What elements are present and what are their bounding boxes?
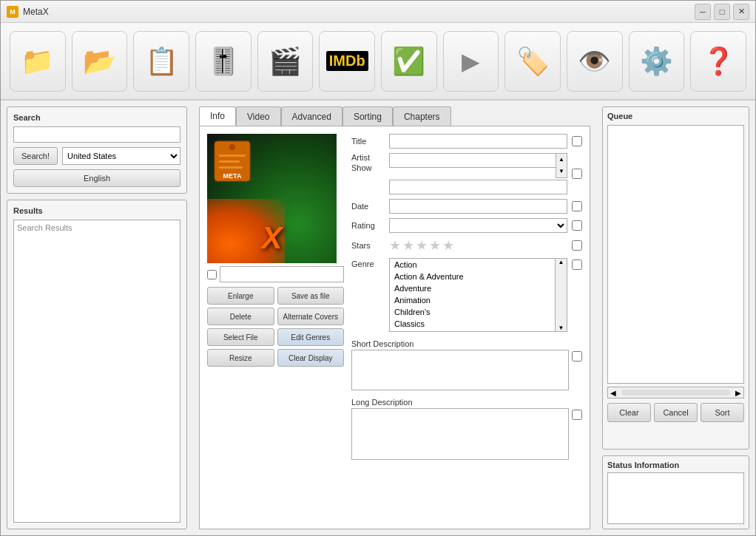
date-input[interactable] [389,199,567,214]
select-file-button[interactable]: Select File [207,328,274,346]
tab-advanced[interactable]: Advanced [281,106,342,126]
queue-scroll-left[interactable]: ◀ [608,389,618,397]
gear-icon: ⚙️ [640,46,673,77]
artist-scroll-up[interactable]: ▲ [556,154,567,166]
short-desc-checkbox[interactable] [572,351,582,362]
artist-scroll-down[interactable]: ▼ [556,166,567,177]
tag-icon: 🏷️ [516,46,550,77]
main-window: M MetaX ─ □ ✕ 📁 📂 📋 🎚️ 🎬 IMDb ✅ [0,0,756,536]
star-3[interactable]: ★ [416,237,428,254]
svg-rect-4 [219,166,243,169]
artist-input[interactable] [389,153,556,168]
play-button[interactable]: ▶ [443,31,499,92]
delete-button[interactable]: Delete [207,308,274,325]
settings-button[interactable]: 🎚️ [195,31,252,92]
results-label: Results [13,206,180,215]
rating-checkbox[interactable] [572,220,582,231]
queue-buttons: Clear Cancel Sort [607,403,744,422]
save-as-file-button[interactable]: Save as file [277,287,345,305]
list-button[interactable]: 📋 [133,31,189,92]
queue-scroll-right[interactable]: ▶ [733,389,743,397]
svg-rect-2 [219,155,246,157]
search-controls: Search! United States United Kingdom Can… [13,147,180,165]
alternate-covers-button[interactable]: Alternate Covers [277,308,345,325]
minimize-button[interactable]: ─ [695,4,711,20]
open-icon: 📂 [83,46,116,77]
genre-item-classics[interactable]: Classics [390,318,555,330]
rating-select[interactable] [389,218,567,233]
genre-item-childrens[interactable]: Children's [390,306,555,318]
tab-video[interactable]: Video [236,106,280,126]
autotag-button[interactable]: 🏷️ [504,31,561,92]
genre-list[interactable]: Action Action & Adventure Adventure Anim… [389,258,556,332]
title-row: Title [351,134,582,149]
open-file-button[interactable]: 📂 [72,31,128,92]
genre-scroll-down[interactable]: ▼ [558,325,564,331]
results-list[interactable]: Search Results [13,220,180,523]
close-button[interactable]: ✕ [733,4,749,20]
genre-row: Genre Action Action & Adventure Adventur… [351,258,582,332]
cover-image: META X [207,134,337,263]
cover-text-input[interactable] [220,266,344,282]
title-label: Title [351,137,385,146]
open-folder-button[interactable]: 📁 [10,31,66,92]
genre-item-adventure[interactable]: Adventure [390,282,555,294]
cover-area: META X Enlarge [207,134,344,521]
help-icon: ❓ [702,46,735,77]
edit-genres-button[interactable]: Edit Genres [277,328,345,346]
cover-checkbox[interactable] [207,270,217,279]
resize-button[interactable]: Resize [207,349,274,367]
clear-button[interactable]: Clear [607,403,651,422]
queue-scrollbar-track [621,390,730,396]
window-controls: ─ □ ✕ [695,4,749,20]
write-button[interactable]: ✅ [381,31,437,92]
config-button[interactable]: ⚙️ [629,31,685,92]
language-button[interactable]: English [13,169,180,187]
genre-checkbox[interactable] [572,259,582,270]
clear-display-button[interactable]: Clear Display [277,349,345,367]
cover-buttons: Enlarge Save as file Delete Alternate Co… [207,287,344,367]
country-select[interactable]: United States United Kingdom Canada Aust… [62,147,180,165]
tab-chapters[interactable]: Chapters [393,106,451,126]
genre-scroll-up[interactable]: ▲ [558,259,564,265]
search-button[interactable]: Search! [13,147,58,165]
long-description-input[interactable] [351,408,569,460]
title-bar: M MetaX ─ □ ✕ [1,1,755,23]
rating-label: Rating [351,221,385,230]
star-1[interactable]: ★ [389,237,401,254]
short-description-input[interactable] [351,350,569,390]
show-input[interactable] [389,180,567,194]
genre-item-action-adventure[interactable]: Action & Adventure [390,271,555,282]
help-button[interactable]: ❓ [690,31,746,92]
mp4tools-button[interactable]: 🎬 [257,31,314,92]
genre-item-action[interactable]: Action [390,259,555,271]
stars-widget[interactable]: ★ ★ ★ ★ ★ [389,237,567,254]
long-desc-checkbox[interactable] [572,410,582,420]
artist-checkbox[interactable] [572,169,582,179]
search-input[interactable] [13,126,180,143]
imdb-button[interactable]: IMDb [319,31,375,92]
prefs-button[interactable]: 👁️ [567,31,623,92]
genre-scrollbar[interactable]: ▲ ▼ [556,258,567,332]
svg-text:META: META [223,172,242,180]
genre-area: Action Action & Adventure Adventure Anim… [389,258,567,332]
status-box [607,472,744,524]
date-checkbox[interactable] [572,201,582,211]
maximize-button[interactable]: □ [714,4,730,20]
stars-checkbox[interactable] [572,240,582,251]
star-4[interactable]: ★ [429,237,441,254]
star-5[interactable]: ★ [442,237,454,254]
title-input[interactable] [389,134,567,149]
queue-scrollbar[interactable]: ◀ ▶ [607,387,744,398]
star-2[interactable]: ★ [402,237,414,254]
genre-item-comedy[interactable]: Comedy [390,330,555,332]
tab-info[interactable]: Info [199,106,236,126]
cancel-button[interactable]: Cancel [654,403,698,422]
queue-list[interactable] [607,125,744,384]
sort-button[interactable]: Sort [701,403,744,422]
cover-btn-row-1: Enlarge Save as file [207,287,344,305]
tab-sorting[interactable]: Sorting [342,106,393,126]
genre-item-animation[interactable]: Animation [390,294,555,306]
enlarge-button[interactable]: Enlarge [207,287,274,305]
title-checkbox[interactable] [572,136,582,146]
